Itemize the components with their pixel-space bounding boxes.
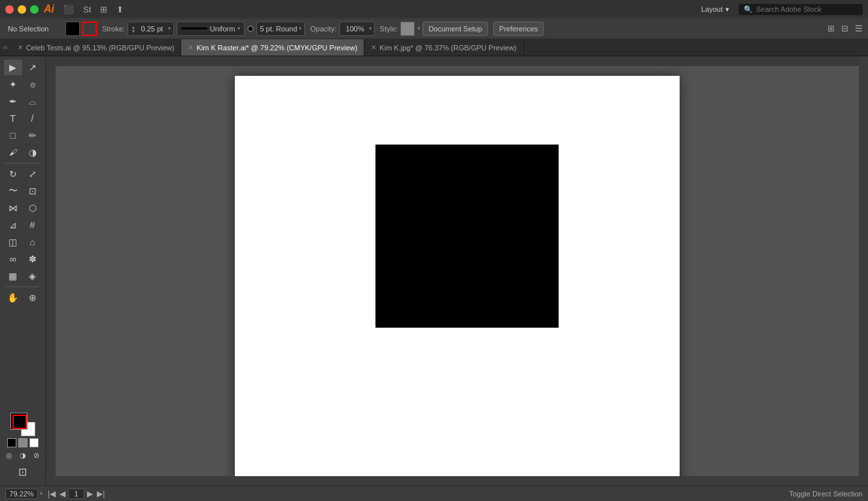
- tab-close-icon[interactable]: ✕: [18, 44, 23, 51]
- none-mode-btn[interactable]: ⊘: [31, 449, 43, 461]
- page-input[interactable]: 1: [68, 489, 84, 499]
- line-tool[interactable]: /: [24, 111, 42, 126]
- selection-tool[interactable]: ▶: [4, 60, 22, 75]
- canvas-area[interactable]: [46, 56, 868, 485]
- arrange-icon[interactable]: ⊞: [826, 22, 836, 35]
- stroke-value-input[interactable]: ▲ ▼ ▾: [128, 22, 174, 36]
- stroke-down-btn[interactable]: ▼: [131, 29, 136, 32]
- tool-divider-2: [5, 286, 40, 287]
- blend-tool[interactable]: ∞: [4, 251, 22, 267]
- gradient-tool[interactable]: ◫: [4, 234, 22, 250]
- shape-builder-tool[interactable]: ⋈: [4, 200, 22, 216]
- menu-icon[interactable]: ☰: [854, 22, 864, 35]
- eyedropper-tool[interactable]: ⌂: [24, 234, 42, 250]
- white-swatch[interactable]: [29, 438, 39, 447]
- black-rectangle[interactable]: [375, 145, 559, 328]
- preferences-button[interactable]: Preferences: [493, 22, 544, 36]
- doc-setup-button[interactable]: Document Setup: [423, 22, 488, 36]
- horizontal-scrollbar[interactable]: [46, 476, 859, 485]
- gradient-mode-btn[interactable]: ◑: [17, 449, 29, 461]
- artboard-tool-bottom[interactable]: ⊡: [13, 463, 33, 480]
- stroke-up-btn[interactable]: ▲: [131, 25, 136, 28]
- zoom-group[interactable]: 79.22% ▾: [5, 489, 43, 499]
- share-icon[interactable]: ⬆: [115, 3, 125, 16]
- stroke-spinners[interactable]: ▲ ▼: [131, 25, 136, 32]
- mesh-tool[interactable]: #: [24, 217, 42, 233]
- swatch-mode-icons: ◎ ◑ ⊘: [3, 449, 43, 461]
- brush-size-dropdown[interactable]: 5 pt. Round ▾: [256, 22, 305, 36]
- canvas-scroll-area: [46, 56, 868, 485]
- tab-kim-k-raster[interactable]: ✕ Kim K Raster.ai* @ 79.22% (CMYK/GPU Pr…: [181, 39, 364, 56]
- tab-kim-jpg[interactable]: ✕ Kim K.jpg* @ 76.37% (RGB/GPU Preview): [364, 39, 523, 56]
- style-swatch[interactable]: [400, 22, 415, 36]
- stroke-overlay-swatch[interactable]: [12, 415, 27, 429]
- tool-row-magic: ✦ ⌾: [0, 76, 45, 93]
- stroke-profile-dropdown[interactable]: Uniform ▾: [177, 22, 245, 36]
- title-icons: ⬛ St ⊞ ⬆: [62, 3, 125, 16]
- column-graph-tool[interactable]: ▦: [4, 268, 22, 284]
- zoom-tool[interactable]: ⊕: [24, 290, 42, 305]
- prev-page-btn[interactable]: ◀: [58, 489, 67, 498]
- brush-dot-preview: [247, 26, 254, 32]
- tab-close-icon[interactable]: ✕: [371, 44, 376, 51]
- curvature-tool[interactable]: ⌓: [24, 94, 42, 109]
- close-button[interactable]: [5, 5, 14, 14]
- opacity-input[interactable]: [343, 25, 368, 33]
- direct-select-tool[interactable]: ↗: [24, 60, 42, 75]
- stroke-label: Stroke:: [102, 25, 125, 33]
- rotate-tool[interactable]: ↻: [4, 166, 22, 182]
- color-mode-btn[interactable]: ◎: [3, 449, 15, 461]
- perspective-grid-tool[interactable]: ⊿: [4, 217, 22, 233]
- slice-tool[interactable]: ◈: [24, 268, 42, 284]
- symbol-spray-tool[interactable]: ✽: [24, 251, 42, 267]
- chevron-down-icon: ▾: [168, 26, 171, 31]
- maximize-button[interactable]: [30, 5, 39, 14]
- layout-dropdown[interactable]: Layout ▾: [697, 4, 733, 15]
- options-bar: No Selection Stroke: ▲ ▼ ▾ Uniform ▾ 5 p…: [0, 18, 868, 39]
- stroke-color-swatch[interactable]: [82, 22, 97, 36]
- stroke-input[interactable]: [137, 25, 167, 33]
- hand-tool[interactable]: ✋: [4, 290, 22, 305]
- tool-row-blend: ∞ ✽: [0, 250, 45, 268]
- status-text: Toggle Direct Selection: [789, 490, 863, 498]
- tab-label: Kim K.jpg* @ 76.37% (RGB/GPU Preview): [379, 44, 516, 52]
- zoom-input[interactable]: 79.22%: [5, 489, 38, 499]
- grid-icon[interactable]: ⊞: [99, 3, 109, 16]
- magic-wand-tool[interactable]: ✦: [4, 77, 22, 92]
- live-paint-tool[interactable]: ⬡: [24, 200, 42, 216]
- chevron-down-icon: ▾: [299, 26, 302, 31]
- first-page-btn[interactable]: |◀: [46, 489, 57, 498]
- horizontal-ruler: [46, 56, 859, 66]
- minimize-button[interactable]: [18, 5, 26, 14]
- toolbox: ▶ ↗ ✦ ⌾ ✒ ⌓ T / □ ✏ 🖌 ◑ ↻ ⤢ 〜 ⊡: [0, 56, 46, 485]
- next-page-btn[interactable]: ▶: [86, 489, 94, 498]
- search-bar[interactable]: 🔍: [738, 4, 863, 15]
- black-swatch[interactable]: [7, 438, 16, 447]
- tool-row-pen: ✒ ⌓: [0, 93, 45, 110]
- pencil-tool[interactable]: ✏: [24, 128, 42, 143]
- warp-tool[interactable]: 〜: [4, 183, 22, 199]
- align-icon[interactable]: ⊟: [840, 22, 850, 35]
- stock-icon[interactable]: St: [82, 3, 92, 16]
- paintbrush-tool[interactable]: 🖌: [4, 145, 22, 160]
- lasso-tool[interactable]: ⌾: [24, 77, 42, 92]
- tab-close-icon[interactable]: ✕: [188, 44, 193, 51]
- free-transform-tool[interactable]: ⊡: [24, 183, 42, 199]
- foreground-color-swatch[interactable]: [10, 413, 27, 430]
- search-input[interactable]: [756, 5, 858, 13]
- opacity-input-group[interactable]: ▾: [339, 22, 375, 36]
- scale-tool[interactable]: ⤢: [24, 166, 42, 182]
- rectangle-tool[interactable]: □: [4, 128, 22, 143]
- bridge-icon[interactable]: ⬛: [62, 3, 75, 16]
- last-page-btn[interactable]: ▶|: [95, 489, 106, 498]
- tool-row-brush: 🖌 ◑: [0, 144, 45, 161]
- collapse-panel-btn[interactable]: ‹‹: [0, 39, 11, 56]
- tab-celeb-tests[interactable]: ✕ Celeb Tests.ai @ 95.13% (RGB/GPU Previ…: [11, 39, 182, 56]
- blob-tool[interactable]: ◑: [24, 145, 42, 160]
- artboard: [235, 76, 680, 485]
- fill-color-swatch[interactable]: [65, 22, 80, 36]
- pen-tool[interactable]: ✒: [4, 94, 22, 109]
- type-tool[interactable]: T: [4, 111, 22, 126]
- vertical-scrollbar[interactable]: [859, 56, 868, 485]
- gray-swatch[interactable]: [18, 438, 27, 447]
